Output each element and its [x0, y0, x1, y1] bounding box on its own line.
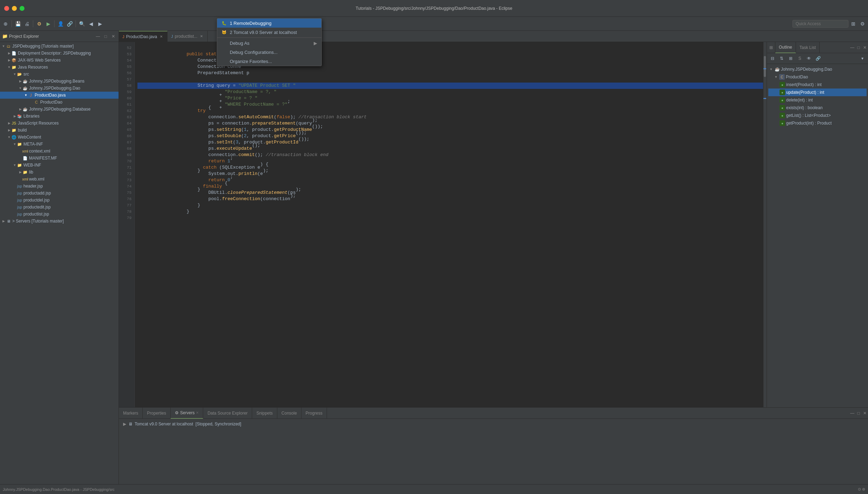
explorer-maximize-btn[interactable]: □: [102, 33, 109, 40]
outline-hide-fields-btn[interactable]: ⊞: [787, 54, 795, 63]
explorer-close-btn[interactable]: ✕: [110, 33, 116, 40]
maximize-button[interactable]: [20, 6, 24, 11]
tab-datasource[interactable]: Data Source Explorer: [203, 408, 252, 419]
outline-link-btn[interactable]: 🔗: [814, 54, 822, 63]
toolbar-customize-btn[interactable]: ⚙: [858, 20, 867, 28]
bottom-maximize-btn[interactable]: □: [855, 410, 862, 416]
tree-item-productlist-jsp[interactable]: jsp productlist.jsp: [0, 211, 119, 218]
line-num-64: 64: [119, 120, 134, 127]
line-num-77: 77: [119, 202, 134, 209]
project-icon: 🗂: [6, 43, 11, 49]
outline-item-delete[interactable]: ● delete(int) : int: [768, 96, 867, 104]
tree-item-servers[interactable]: ▶ 🖥 > Servers [Tutorials master]: [0, 218, 119, 225]
outline-item-productdao[interactable]: ▼ C ProductDao: [768, 73, 867, 81]
outline-item-update[interactable]: ● update(Product) : int: [768, 89, 867, 96]
tree-item-metainf[interactable]: ▼ 📁 META-INF: [0, 141, 119, 148]
tab-console[interactable]: Console: [277, 408, 301, 419]
outline-view-menu-btn[interactable]: ▾: [858, 54, 867, 63]
outline-item-dao-package[interactable]: ▼ ☕ Johnny.JSPDebugging.Dao: [768, 65, 867, 73]
tree-item-productadd-jsp[interactable]: jsp productadd.jsp: [0, 190, 119, 197]
minimize-button[interactable]: [12, 6, 17, 11]
bottom-close-btn[interactable]: ✕: [862, 410, 868, 416]
dropdown-item-organize[interactable]: Organize Favorites...: [217, 57, 321, 66]
tab-tasklist[interactable]: Task List: [796, 42, 820, 53]
outline-maximize-btn[interactable]: □: [855, 44, 862, 51]
outline-minimize-btn[interactable]: —: [849, 44, 855, 51]
tree-item-webxml[interactable]: xml web.xml: [0, 176, 119, 183]
tab-properties-label: Properties: [147, 411, 166, 416]
toolbar-forward-btn[interactable]: ▶: [96, 20, 104, 28]
dropdown-item-tomcat[interactable]: 🐱 2 Tomcat v9.0 Server at localhost: [217, 28, 321, 37]
dropdown-item-debug-configs[interactable]: Debug Configurations...: [217, 48, 321, 57]
tab-markers[interactable]: Markers: [119, 408, 143, 419]
toolbar-debug-btn[interactable]: ⚙: [35, 20, 43, 28]
tree-item-deployment[interactable]: ▶ 📄 Deployment Descriptor: JSPDebugging: [0, 50, 119, 57]
outline-item-getproduct[interactable]: ● getProduct(int) : Product: [768, 119, 867, 127]
outline-item-exists[interactable]: ● exists(int) : boolean: [768, 104, 867, 112]
tab-productdao[interactable]: J ProductDao.java ✕: [119, 31, 168, 42]
tab-progress[interactable]: Progress: [301, 408, 327, 419]
outline-item-insert[interactable]: ● insert(Product) : int: [768, 81, 867, 89]
tree-item-java-resources[interactable]: ▼ 📁 Java Resources: [0, 64, 119, 71]
tab-outline[interactable]: Outline: [775, 42, 796, 53]
tree-item-productedit-jsp[interactable]: jsp productedit.jsp: [0, 204, 119, 211]
tree-item-src[interactable]: ▼ 📂 src: [0, 71, 119, 78]
outline-collapse-btn[interactable]: ⊟: [768, 54, 777, 63]
toolbar-new-btn[interactable]: ⊕: [1, 20, 10, 28]
dropdown-item-remote[interactable]: 🐛 1 RemoteDebugging: [217, 19, 321, 28]
toolbar-run-btn[interactable]: ▶: [44, 20, 52, 28]
outline-panel: ⊞ Outline Task List — □ ✕ ⊟ ⇅ ⊞ S 👁 🔗: [767, 42, 868, 407]
close-button[interactable]: [4, 6, 9, 11]
tab-productlist-close[interactable]: ✕: [199, 34, 204, 39]
contextxml-icon: xml: [22, 148, 28, 154]
tab-snippets[interactable]: Snippets: [252, 408, 277, 419]
tree-item-jsresources[interactable]: ▶ JS JavaScript Resources: [0, 120, 119, 127]
tree-item-build[interactable]: ▶ 📁 build: [0, 127, 119, 134]
tree-item-productdao-java[interactable]: ▼ J ProductDao.java: [0, 92, 119, 99]
toolbar-print-btn[interactable]: 🖨: [23, 20, 31, 28]
tree-item-jaxws[interactable]: ▶ 📦 JAX-WS Web Services: [0, 57, 119, 64]
line-num-73: 73: [119, 177, 134, 183]
tree-item-project[interactable]: ▼ 🗂 JSPDebugging [Tutorials master]: [0, 43, 119, 50]
tree-item-dao[interactable]: ▼ ☕ Johnny.JSPDebugging.Dao: [0, 85, 119, 92]
tree-item-webinf[interactable]: ▼ 📁 WEB-INF: [0, 162, 119, 169]
tree-item-lib[interactable]: ▶ 📁 lib: [0, 169, 119, 176]
tab-servers[interactable]: ⚙ Servers ✕: [171, 408, 203, 419]
tab-servers-close[interactable]: ✕: [196, 411, 199, 415]
tree-item-contextxml[interactable]: xml context.xml: [0, 148, 119, 155]
toolbar-save-btn[interactable]: 💾: [14, 20, 22, 28]
code-area[interactable]: public static int upda ConnectionPool po…: [135, 42, 763, 407]
tab-productlist[interactable]: J productlist... ✕: [168, 31, 208, 42]
server-row-tomcat[interactable]: ▶ 🖥 Tomcat v9.0 Server at localhost [Sto…: [122, 421, 865, 427]
toolbar-perspective-btn[interactable]: ⊞: [849, 20, 858, 28]
debug-as-icon: [221, 40, 227, 46]
main-layout: 📁 Project Explorer — □ ✕ ▼ 🗂 JSPDebuggin…: [0, 31, 868, 484]
outline-hide-nonpub-btn[interactable]: 👁: [805, 54, 813, 63]
bottom-minimize-btn[interactable]: —: [849, 410, 855, 416]
tree-item-productdao-class[interactable]: C ProductDao: [0, 99, 119, 106]
toolbar-profile-btn[interactable]: 👤: [56, 20, 65, 28]
dropdown-item-debug-as[interactable]: Debug As ▶: [217, 38, 321, 48]
outline-close-btn[interactable]: ✕: [862, 44, 868, 51]
bottom-tabs: Markers Properties ⚙ Servers ✕ Data Sour…: [119, 408, 868, 419]
outline-item-getlist[interactable]: ● getList() : List<Product>: [768, 112, 867, 119]
tree-item-database[interactable]: ▶ ☕ Johnny.JSPDebugging.Database: [0, 106, 119, 113]
tree-item-beans[interactable]: ▶ ☕ Johnny.JSPDebugging.Beans: [0, 78, 119, 85]
tree-item-manifest[interactable]: 📄 MANIFEST.MF: [0, 155, 119, 162]
code-scrollbar[interactable]: [763, 42, 767, 407]
toolbar-connect-btn[interactable]: 🔗: [65, 20, 74, 28]
outline-hide-static-btn[interactable]: S: [796, 54, 804, 63]
tomcat-icon: 🐱: [221, 29, 227, 35]
tree-item-productdel-jsp[interactable]: jsp productdel.jsp: [0, 197, 119, 204]
tab-productdao-close[interactable]: ✕: [159, 34, 164, 39]
tab-properties[interactable]: Properties: [143, 408, 171, 419]
tree-item-webcontent[interactable]: ▼ 🌐 WebContent: [0, 134, 119, 141]
quick-access-input[interactable]: [792, 20, 848, 28]
productadd-jsp-icon: jsp: [17, 190, 22, 196]
tree-item-header-jsp[interactable]: jsp header.jsp: [0, 183, 119, 190]
explorer-minimize-btn[interactable]: —: [95, 33, 101, 40]
outline-sort-btn[interactable]: ⇅: [777, 54, 786, 63]
toolbar-back-btn[interactable]: ◀: [87, 20, 95, 28]
toolbar-search-btn[interactable]: 🔍: [78, 20, 86, 28]
tree-item-libraries[interactable]: ▶ 📚 Libraries: [0, 113, 119, 120]
